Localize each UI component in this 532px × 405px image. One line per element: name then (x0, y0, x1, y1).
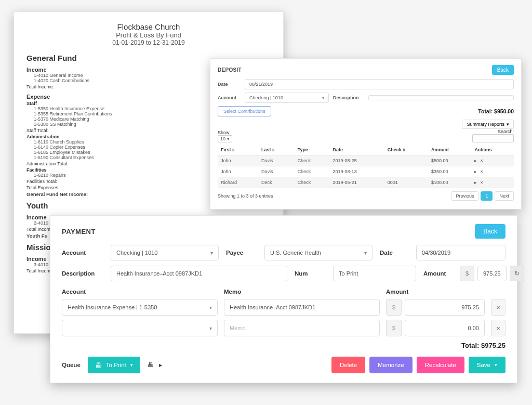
deposit-account-value: Checking | 1010 (249, 95, 283, 100)
cell-last: Deck (258, 177, 295, 188)
delete-button[interactable]: Delete (331, 357, 365, 373)
split-account-select[interactable]: ▾ (62, 320, 218, 336)
caret-down-icon: ▾ (210, 250, 213, 256)
deposit-title: DEPOSIT (218, 67, 242, 73)
search-input[interactable] (472, 134, 514, 142)
payment-description-value: Health Insurance–Acct 0987JKD1 (116, 270, 202, 277)
split-account-select[interactable]: Health Insurance Expense | 1-5350 ▾ (62, 299, 218, 316)
description-label: Description (333, 95, 364, 100)
summary-reports-button[interactable]: Summary Reports ▾ (462, 120, 514, 129)
close-icon[interactable]: × (480, 169, 483, 174)
close-icon[interactable]: × (480, 158, 483, 163)
payment-amount-input[interactable]: 975.25 (477, 266, 507, 281)
table-row: Richard Deck Check 2019-05-21 0001 $100.… (218, 177, 514, 188)
cell-amount: $350.00 (428, 166, 471, 177)
queue-button[interactable]: 🖶 To Print ▾ (88, 357, 140, 373)
report-org: Flockbase Church (26, 22, 271, 31)
split-memo-input[interactable]: Memo (224, 320, 380, 336)
cell-check (384, 166, 428, 177)
deposit-back-button[interactable]: Back (492, 65, 514, 75)
col-first[interactable]: First (218, 145, 258, 155)
payment-title: PAYMENT (62, 228, 96, 236)
caret-down-icon: ▾ (495, 362, 497, 368)
caret-down-icon: ▾ (507, 122, 509, 127)
cell-type: Check (295, 166, 330, 177)
queue-label: Queue (62, 362, 81, 368)
deposit-panel: DEPOSIT Back Date 08/21/2019 Account Che… (210, 58, 522, 210)
col-actions[interactable]: Actions (471, 145, 514, 155)
close-icon: × (496, 304, 500, 311)
col-last[interactable]: Last (258, 145, 295, 155)
payment-num-value: To Print (339, 270, 358, 277)
show-value: 10 (220, 136, 225, 141)
caret-down-icon: ▾ (364, 250, 367, 256)
select-contributions-button[interactable]: Select Contributions (218, 106, 271, 116)
remove-split-button[interactable]: × (491, 320, 506, 336)
split-col-amount: Amount (386, 289, 506, 295)
page-current[interactable]: 1 (481, 191, 493, 201)
currency-symbol: $ (386, 299, 402, 316)
save-button[interactable]: Save ▾ (469, 357, 506, 373)
date-label: Date (380, 250, 409, 256)
refresh-button[interactable]: ↻ (510, 266, 524, 281)
table-row: John Davis Check 2019-08-25 $500.00 ▸× (218, 155, 514, 166)
remove-split-button[interactable]: × (491, 299, 506, 316)
deposit-date-input[interactable]: 08/21/2019 (245, 79, 514, 89)
prev-button[interactable]: Previous (451, 191, 478, 201)
split-amount-value: 0.00 (468, 325, 479, 331)
cell-check (384, 155, 428, 166)
date-label: Date (218, 82, 241, 87)
caret-down-icon: ▾ (130, 362, 133, 368)
recalculate-button[interactable]: Recalculate (417, 357, 464, 373)
currency-symbol: $ (386, 320, 402, 336)
cell-first: John (218, 155, 258, 166)
show-entries-select[interactable]: 10 ▾ (218, 135, 232, 142)
report-title: Profit & Loss By Fund (26, 31, 271, 39)
payment-back-button[interactable]: Back (475, 224, 506, 239)
col-date[interactable]: Date (330, 145, 384, 155)
play-icon[interactable]: ▸ (159, 361, 162, 369)
num-label: Num (295, 270, 326, 277)
pagination: Previous 1 Next (451, 191, 514, 201)
payment-num-input[interactable]: To Print (333, 266, 416, 281)
split-memo-value: Health Insurance–Acct 0987JKD1 (230, 304, 315, 310)
close-icon[interactable]: × (480, 180, 483, 185)
deposit-account-select[interactable]: Checking | 1010 ▾ (245, 93, 329, 103)
col-check[interactable]: Check # (384, 145, 428, 155)
cell-amount: $100.00 (428, 177, 471, 188)
account-label: Account (62, 250, 103, 256)
report-date-range: 01-01-2019 to 12-31-2019 (26, 39, 271, 46)
save-label: Save (477, 362, 490, 368)
payment-payee-select[interactable]: U.S. Generic Health ▾ (264, 245, 373, 260)
col-type[interactable]: Type (295, 145, 330, 155)
payment-account-select[interactable]: Checking | 1010 ▾ (111, 245, 219, 260)
print-icon[interactable]: 🖶 (148, 361, 154, 369)
cell-last: Davis (258, 166, 295, 177)
col-amount[interactable]: Amount (428, 145, 471, 155)
play-icon[interactable]: ▸ (474, 158, 477, 163)
play-icon[interactable]: ▸ (474, 180, 477, 185)
split-row: Health Insurance Expense | 1-5350 ▾ Heal… (62, 299, 506, 316)
split-amount-value: 975.25 (461, 304, 479, 310)
cell-check: 0001 (384, 177, 428, 188)
split-amount-input[interactable]: 0.00 (405, 320, 485, 336)
deposit-total: Total: $950.00 (478, 108, 514, 114)
deposit-description-input[interactable] (368, 95, 514, 100)
next-button[interactable]: Next (495, 191, 514, 201)
deposit-table: First Last Type Date Check # Amount Acti… (218, 145, 514, 188)
payment-date-input[interactable]: 04/30/2019 (416, 245, 506, 260)
payment-amount-value: 975.25 (483, 270, 501, 277)
caret-down-icon: ▾ (209, 305, 212, 310)
play-icon[interactable]: ▸ (474, 169, 477, 174)
search-label: Search: (472, 129, 514, 134)
payment-panel: PAYMENT Back Account Checking | 1010 ▾ P… (50, 215, 517, 383)
cell-first: Richard (218, 177, 258, 188)
split-amount-input[interactable]: 975.25 (405, 299, 485, 316)
entries-info: Showing 1 to 3 of 3 entries (218, 193, 273, 199)
split-memo-input[interactable]: Health Insurance–Acct 0987JKD1 (224, 299, 380, 316)
payment-date-value: 04/30/2019 (422, 250, 450, 256)
payment-description-input[interactable]: Health Insurance–Acct 0987JKD1 (111, 266, 287, 281)
payment-account-value: Checking | 1010 (116, 250, 157, 256)
memorize-button[interactable]: Memorize (369, 357, 412, 373)
payee-label: Payee (226, 250, 257, 256)
